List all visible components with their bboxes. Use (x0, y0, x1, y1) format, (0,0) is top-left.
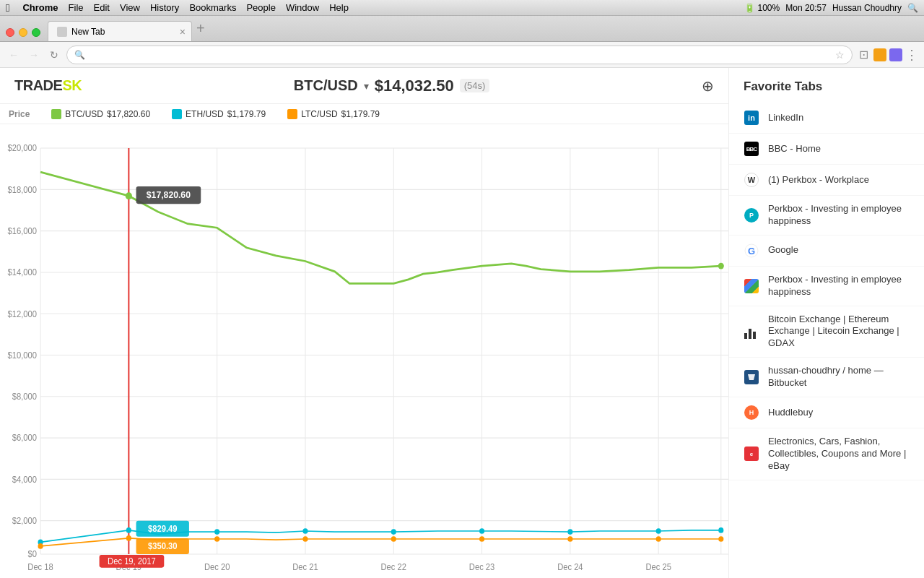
apple-menu[interactable]:  (6, 1, 9, 14)
legend-ltcusd-label: LTC/USD (301, 109, 337, 119)
chrome-tab-newtab[interactable]: New Tab × (48, 21, 192, 41)
svg-text:Dec 19, 2017: Dec 19, 2017 (108, 556, 156, 566)
extension-purple[interactable] (889, 48, 902, 61)
tab-close-button[interactable]: × (180, 26, 186, 38)
price-label: Price (9, 109, 30, 119)
menu-bookmarks[interactable]: Bookmarks (189, 2, 236, 13)
favicon-linkedin-icon: in (744, 111, 759, 125)
pair-dropdown-chevron[interactable]: ▾ (364, 80, 369, 92)
fav-item-perkbox3[interactable]: Perkbox - Investing in employee happines… (729, 267, 924, 306)
favicon-bbc-wrap: BBC (744, 141, 759, 157)
chart-legend: Price BTC/USD $17,820.60 ETH/USD $1,179.… (0, 104, 728, 124)
fav-item-gdax[interactable]: Bitcoin Exchange | Ethereum Exchange | L… (729, 306, 924, 358)
favicon-google-icon: G (744, 243, 759, 258)
svg-text:Dec 21: Dec 21 (292, 562, 318, 571)
svg-point-46 (479, 528, 484, 534)
fav-label-ebay: Electronics, Cars, Fashion, Collectibles… (768, 436, 910, 473)
price-chart: $20,000 $18,000 $16,000 $14,000 $12,000 … (0, 124, 728, 578)
svg-text:Dec 24: Dec 24 (557, 562, 583, 571)
favicon-colorful-icon (744, 279, 759, 293)
fav-item-linkedin[interactable]: in LinkedIn (729, 103, 924, 134)
cast-icon[interactable]: ⊡ (857, 48, 871, 61)
svg-text:G: G (748, 246, 755, 256)
svg-text:Dec 18: Dec 18 (27, 562, 53, 571)
svg-text:$0: $0 (28, 549, 38, 558)
fav-label-bitbucket: hussan-choudhry / home — Bitbucket (768, 365, 910, 389)
new-tab-button[interactable]: + (196, 20, 205, 41)
fav-item-ebay[interactable]: e Electronics, Cars, Fashion, Collectibl… (729, 428, 924, 480)
fav-label-linkedin: LinkedIn (768, 112, 803, 124)
svg-text:$350.30: $350.30 (148, 541, 177, 551)
sidebar: Favorite Tabs in LinkedIn BBC BBC - Home… (729, 68, 924, 578)
favicon-w-icon: W (744, 173, 759, 187)
fav-item-google[interactable]: G Google (729, 236, 924, 267)
favicon-bitbucket-icon (744, 370, 759, 384)
svg-point-48 (656, 528, 661, 534)
favicon-teal-icon: P (744, 208, 759, 223)
fav-item-bitbucket[interactable]: hussan-choudhry / home — Bitbucket (729, 358, 924, 397)
fav-item-perkbox2[interactable]: P Perkbox - Investing in employee happin… (729, 196, 924, 236)
menu-edit[interactable]: Edit (94, 2, 110, 13)
svg-text:Dec 25: Dec 25 (645, 562, 671, 571)
current-price: $14,032.50 (375, 77, 454, 95)
fav-item-perkbox1[interactable]: W (1) Perkbox - Workplace (729, 165, 924, 196)
fav-label-google: Google (768, 244, 798, 256)
legend-ethusd-price: $1,179.79 (227, 109, 266, 119)
svg-point-54 (391, 536, 396, 542)
chart-container[interactable]: $20,000 $18,000 $16,000 $14,000 $12,000 … (0, 124, 728, 578)
logo-accent: SK (62, 77, 82, 93)
chart-area: TRADESK BTC/USD ▾ $14,032.50 (54s) ⊕ Pri… (0, 68, 729, 578)
bookmark-star-icon[interactable]: ☆ (835, 49, 845, 61)
fav-label-bbc: BBC - Home (768, 143, 821, 155)
trading-pair[interactable]: BTC/USD (294, 77, 358, 94)
forward-button[interactable]: → (26, 47, 42, 63)
svg-text:$10,000: $10,000 (7, 350, 37, 359)
menu-history[interactable]: History (150, 2, 179, 13)
favicon-bbc-icon: BBC (744, 142, 759, 156)
svg-text:$4,000: $4,000 (12, 474, 38, 483)
favicon-bitbucket-wrap (744, 369, 759, 385)
tab-favicon (57, 27, 67, 37)
address-bar[interactable]: 🔍 ☆ (66, 46, 853, 64)
addressbar-right-icons: ⊡ ⋮ (857, 47, 918, 63)
svg-text:$829.49: $829.49 (148, 524, 178, 533)
favicon-huddlebuy-wrap: H (744, 405, 759, 420)
menu-window[interactable]: Window (286, 2, 319, 13)
svg-text:Dec 22: Dec 22 (381, 562, 406, 571)
profile-icon[interactable]: ⊕ (702, 77, 714, 95)
menu-people[interactable]: People (246, 2, 275, 13)
back-button[interactable]: ← (6, 47, 22, 63)
window-minimize-button[interactable] (19, 28, 27, 37)
menu-chrome[interactable]: Chrome (22, 2, 58, 13)
favicon-perkbox3-wrap (744, 278, 759, 294)
favicon-bars-icon (744, 324, 759, 339)
svg-point-44 (302, 528, 308, 534)
fav-label-perkbox1: (1) Perkbox - Workplace (768, 174, 869, 186)
fav-label-huddlebuy: Huddlebuy (768, 407, 813, 419)
menu-view[interactable]: View (120, 2, 140, 13)
fav-item-bbc[interactable]: BBC BBC - Home (729, 134, 924, 165)
fav-item-huddlebuy[interactable]: H Huddlebuy (729, 397, 924, 428)
legend-ethusd-dot (172, 109, 182, 119)
fav-label-perkbox3: Perkbox - Investing in employee happines… (768, 274, 910, 298)
window-maximize-button[interactable] (32, 28, 40, 37)
svg-point-47 (567, 529, 572, 535)
svg-text:$20,000: $20,000 (7, 143, 37, 152)
menu-help[interactable]: Help (329, 2, 349, 13)
extension-orange[interactable] (873, 48, 886, 61)
svg-point-61 (126, 192, 132, 199)
menu-file[interactable]: File (69, 2, 84, 13)
svg-text:$6,000: $6,000 (12, 433, 38, 442)
chrome-menu-button[interactable]: ⋮ (905, 47, 918, 63)
svg-point-40 (718, 263, 724, 269)
refresh-button[interactable]: ↻ (46, 47, 62, 63)
legend-ethusd: ETH/USD $1,179.79 (172, 109, 266, 119)
svg-point-50 (38, 543, 43, 549)
favicon-linkedin-wrap: in (744, 110, 759, 126)
svg-point-56 (567, 536, 572, 542)
svg-point-53 (302, 536, 308, 542)
legend-btcusd-price: $17,820.60 (107, 109, 150, 119)
svg-point-58 (718, 536, 723, 542)
search-icon[interactable]: 🔍 (907, 3, 918, 13)
window-close-button[interactable] (6, 28, 14, 37)
